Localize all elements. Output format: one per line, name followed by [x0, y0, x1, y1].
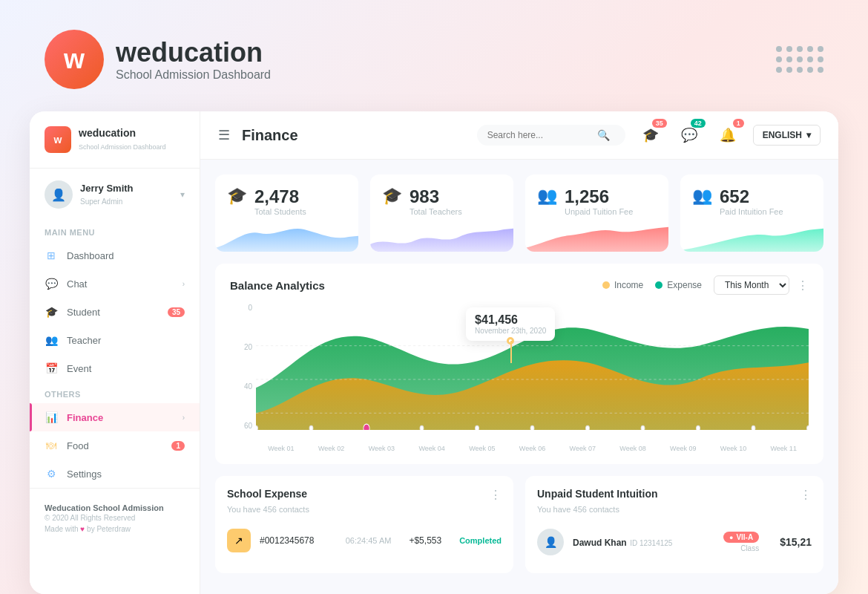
header-logo-circle: w — [45, 30, 104, 89]
user-section[interactable]: 👤 Jerry Smith Super Admin ▾ — [30, 169, 200, 221]
search-input[interactable] — [487, 130, 591, 140]
sidebar-item-event[interactable]: 📅 Event — [30, 354, 200, 382]
notifications-button[interactable]: 🔔 1 — [714, 122, 741, 148]
chart-tooltip: $41,456 November 23th, 2020 — [466, 307, 555, 341]
tooltip-line — [510, 341, 512, 363]
main-menu-label: Main Menu — [30, 221, 200, 241]
student-class: ● VII-A Class — [723, 532, 759, 552]
unpaid-student-more-icon[interactable]: ⋮ — [800, 488, 812, 502]
chevron-right-icon: › — [183, 280, 185, 288]
unpaid-student-subtitle: You have 456 contacts — [537, 505, 812, 514]
analytics-section: Balance Analytics Income Expense This Mo… — [215, 264, 823, 464]
dashboard-icon: ⊞ — [45, 249, 58, 262]
income-dot — [602, 281, 610, 289]
chevron-right-icon: › — [183, 414, 185, 422]
unpaid-student-card: Unpaid Student Intuition ⋮ You have 456 … — [525, 476, 823, 573]
stat-card-unpaid: 👥 1,256 Unpaid Tuition Fee — [525, 174, 668, 252]
balance-chart: 60 40 20 0 — [230, 304, 809, 452]
expense-id: #0012345678 — [260, 535, 337, 546]
sidebar-item-student[interactable]: 🎓 Student 35 — [30, 298, 200, 326]
svg-point-3 — [256, 425, 257, 430]
sidebar-item-food[interactable]: 🍽 Food 1 — [30, 431, 200, 460]
paid-count: 652 — [720, 186, 783, 207]
expense-status: Completed — [459, 536, 502, 545]
others-label: Others — [30, 382, 200, 403]
teachers-icon: 🎓 — [382, 186, 402, 206]
messages-button[interactable]: 🎓 35 — [637, 122, 664, 148]
bottom-grid: School Expense ⋮ You have 456 contacts ↗… — [200, 476, 838, 588]
sidebar-item-teacher[interactable]: 👥 Teacher — [30, 326, 200, 354]
finance-icon: 📊 — [45, 411, 58, 424]
student-amount: $15,21 — [780, 536, 812, 548]
teachers-count: 983 — [410, 186, 462, 207]
svg-point-11 — [697, 425, 700, 430]
chat-badge: 42 — [691, 119, 706, 128]
settings-icon: ⚙ — [45, 467, 58, 480]
school-expense-more-icon[interactable]: ⋮ — [490, 488, 502, 502]
sidebar-footer: Weducation School Admission © 2020 All R… — [30, 488, 200, 548]
sidebar-item-label: Student — [67, 307, 159, 318]
footer-copyright: © 2020 All Rights Reserved — [45, 514, 185, 522]
sidebar-item-label: Dashboard — [67, 250, 185, 261]
page-title: Finance — [242, 127, 465, 144]
chat-icon: 💬 — [45, 277, 58, 290]
class-badge: ● VII-A — [723, 532, 759, 543]
chart-svg-area: $41,456 November 23th, 2020 — [256, 304, 809, 430]
expense-dot — [655, 281, 662, 289]
students-label: Total Students — [254, 207, 306, 216]
svg-point-9 — [586, 425, 590, 430]
chart-y-axis: 60 40 20 0 — [230, 304, 252, 430]
period-select[interactable]: This Month — [714, 275, 789, 295]
event-icon: 📅 — [45, 362, 58, 375]
tooltip-amount: $41,456 — [475, 313, 546, 327]
legend-expense: Expense — [655, 280, 702, 290]
header-text: weducation School Admission Dashboard — [116, 37, 271, 82]
teachers-label: Total Teachers — [410, 207, 462, 216]
students-icon: 🎓 — [227, 186, 247, 206]
chevron-down-icon: ▾ — [806, 130, 811, 140]
analytics-title: Balance Analytics — [230, 279, 602, 292]
main-nav: ⊞ Dashboard 💬 Chat › 🎓 Student 35 👥 Teac… — [30, 241, 200, 382]
student-icon: 🎓 — [45, 305, 58, 319]
search-icon: 🔍 — [597, 129, 610, 141]
user-chevron-icon: ▾ — [180, 189, 185, 200]
menu-hamburger-icon[interactable]: ☰ — [218, 127, 230, 143]
tooltip-date: November 23th, 2020 — [475, 327, 546, 335]
header-subtitle: School Admission Dashboard — [116, 68, 271, 82]
avatar: 👤 — [45, 180, 73, 209]
svg-point-4 — [309, 425, 313, 430]
analytics-more-icon[interactable]: ⋮ — [797, 278, 809, 293]
student-name: Dawud Khan — [573, 538, 627, 548]
sidebar-item-label: Settings — [67, 469, 185, 480]
class-label: Class — [740, 544, 759, 552]
chat-button[interactable]: 💬 42 — [676, 122, 703, 148]
paid-label: Paid Intuition Fee — [720, 207, 783, 216]
analytics-header: Balance Analytics Income Expense This Mo… — [230, 275, 809, 295]
student-id: ID 12314125 — [630, 539, 672, 547]
user-role: Super Admin — [80, 198, 122, 206]
unpaid-count: 1,256 — [565, 186, 633, 207]
search-box[interactable]: 🔍 — [477, 125, 625, 146]
expense-amount: +$5,553 — [409, 535, 441, 546]
sidebar-item-settings[interactable]: ⚙ Settings — [30, 460, 200, 488]
sidebar-item-chat[interactable]: 💬 Chat › — [30, 270, 200, 298]
sidebar-item-finance[interactable]: 📊 Finance › — [30, 403, 200, 431]
sidebar-item-label: Food — [67, 440, 162, 451]
notifications-badge: 1 — [733, 119, 744, 128]
chart-legend: Income Expense — [602, 280, 702, 290]
content-area: ☰ Finance 🔍 🎓 35 💬 42 🔔 1 — [200, 111, 838, 594]
user-info: Jerry Smith Super Admin — [80, 183, 134, 207]
sidebar-item-label: Chat — [67, 278, 174, 290]
expense-time: 06:24:45 AM — [346, 536, 392, 545]
language-button[interactable]: ENGLISH ▾ — [753, 125, 821, 146]
sidebar: w weducation School Admission Dashboard … — [30, 111, 200, 594]
unpaid-icon: 👥 — [537, 186, 557, 206]
sidebar-item-label: Finance — [67, 412, 174, 423]
header-logo: w weducation School Admission Dashboard — [45, 30, 271, 89]
students-count: 2,478 — [254, 186, 306, 207]
unpaid-label: Unpaid Tuition Fee — [565, 207, 633, 216]
sidebar-item-dashboard[interactable]: ⊞ Dashboard — [30, 241, 200, 270]
chart-x-axis: Week 01 Week 02 Week 03 Week 04 Week 05 … — [256, 445, 809, 452]
svg-point-13 — [807, 425, 809, 430]
main-container: w weducation School Admission Dashboard … — [30, 111, 838, 594]
